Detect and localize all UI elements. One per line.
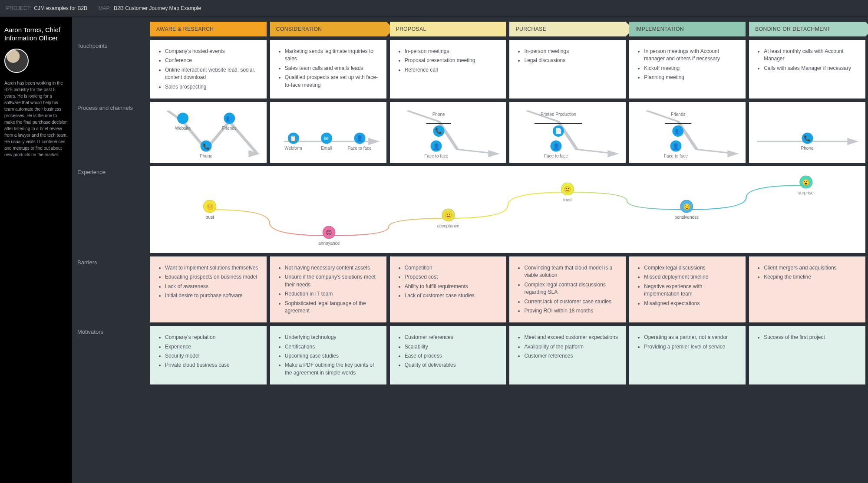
emotion-face-icon: 😐 [442, 208, 455, 221]
phone-icon: 📞 [802, 132, 813, 144]
list-item: Customer references [524, 352, 618, 360]
users-icon: 👥 [673, 125, 684, 137]
list-item: Operating as a partner, not a vendor [644, 334, 738, 341]
barriers-row: Barriers Want to implement solutions the… [75, 256, 865, 322]
barriers-card: CompetitionProposed costAbility to fulfi… [390, 256, 506, 322]
list-item: Convincing team that cloud model is a vi… [524, 264, 618, 279]
list-item: Security model [165, 352, 259, 360]
motivators-row: Motivators Company's reputationExperienc… [75, 326, 865, 384]
person-icon: 👤 [670, 141, 681, 152]
emotion-label: acceptance [437, 223, 459, 228]
stage-purchase[interactable]: PURCHASE [509, 22, 626, 36]
list-item: Upcoming case studies [285, 352, 379, 360]
stage-bonding[interactable]: BONDING OR DETACHMENT [749, 22, 865, 36]
barriers-card: Not having necessary content assetsUnsur… [270, 256, 386, 322]
experience-annoyance: ☹annoyance [318, 226, 340, 245]
motivators-card: Success of the first project [749, 326, 865, 384]
channel-phone: 📞Phone [801, 132, 814, 150]
list-item: Want to implement solutions themselves [165, 264, 259, 272]
emotion-face-icon: 🙂 [203, 200, 216, 213]
project-name[interactable]: CJM examples for B2B [34, 5, 87, 11]
experience-chart: 🙂trust☹annoyance😐acceptance🙂trust😔pensiv… [150, 166, 865, 253]
channel-face-to-face: 👤Face to face [664, 141, 688, 158]
list-item: Sales team calls and emails leads [285, 65, 379, 72]
stage-title: AWARE & RESEARCH [156, 26, 214, 32]
stage-consider[interactable]: CONSIDERATION [270, 22, 386, 36]
list-item: Negative experience with implementation … [644, 283, 738, 298]
list-item: Availability of the platform [524, 343, 618, 351]
process-cell: Friends👥👤Face to face [629, 102, 746, 163]
list-item: In-person meetings [405, 48, 498, 55]
phone-icon: 📞 [433, 125, 444, 137]
channel-friends: 👥Friends [222, 112, 236, 130]
list-item: In-person meetings [524, 48, 618, 55]
list-item: Legal discussions [524, 57, 618, 64]
barriers-card: Client mergers and acquisitionsKeeping t… [749, 256, 865, 322]
channel-label: Face to face [424, 154, 448, 158]
list-item: Proposal presentation meeting [405, 57, 498, 64]
channel-label: Friends [222, 125, 236, 130]
list-item: Planning meeting [644, 74, 738, 81]
row-label-process: Process and channels [75, 102, 147, 163]
touchpoints-card: In-person meetingsProposal presentation … [390, 40, 506, 99]
list-item: Unsure if the company's solutions meet t… [285, 273, 379, 289]
channel-website: 🌐Website [175, 112, 191, 130]
touchpoints-card: Company's hosted eventsConferenceOnline … [150, 40, 267, 99]
channel-label: Face to face [544, 154, 568, 158]
stage-proposal[interactable]: PROPOSAL [390, 22, 506, 36]
touchpoints-row: Touchpoints Company's hosted eventsConfe… [75, 40, 865, 99]
emotion-label: surprise [798, 190, 814, 195]
list-item: Initial desire to purchase software [165, 292, 259, 299]
row-label-motivators: Motivators [75, 326, 147, 384]
doc-icon: 📄 [553, 125, 564, 137]
touchpoints-card: In person meetings with Account manager … [629, 40, 746, 99]
channel-webform: 📋Webform [284, 132, 302, 150]
list-item: Proving ROI within 18 months [524, 307, 618, 315]
channel-label: Website [175, 125, 191, 130]
list-item: Missed deployment timeline [644, 273, 738, 281]
list-item: Client mergers and acquisitions [764, 264, 858, 272]
emotion-face-icon: 😮 [799, 175, 812, 188]
experience-trust: 🙂trust [203, 200, 216, 219]
list-item: Lack of awareness [165, 283, 259, 290]
channel-label: Webform [284, 145, 302, 150]
emotion-label: trust [206, 214, 214, 219]
stage-header-row: AWARE & RESEARCHCONSIDERATIONPROPOSALPUR… [75, 22, 865, 36]
list-item: Keeping the timeline [764, 273, 858, 281]
svg-marker-2 [490, 151, 497, 156]
list-item: In person meetings with Account manager … [644, 48, 738, 63]
users-icon: 👥 [224, 112, 235, 124]
layout: Aaron Torres, Chief Information Officer … [0, 17, 868, 483]
channel-label: Phone [801, 145, 814, 150]
list-item: Proposed cost [405, 273, 498, 281]
motivators-card: Customer referencesScalabilityEase of pr… [390, 326, 506, 384]
svg-marker-3 [610, 151, 617, 156]
motivators-card: Underlying technologyCertificationsUpcom… [270, 326, 386, 384]
emotion-face-icon: ☹ [323, 226, 336, 239]
stage-implement[interactable]: IMPLEMENTATION [629, 22, 746, 36]
process-cell: 📞Phone [749, 102, 865, 163]
emotion-label: pensiveness [674, 214, 699, 219]
channel-face-to-face: 👤Face to face [424, 141, 448, 158]
touchpoints-card: Marketing sends legitimate inquiries to … [270, 40, 386, 99]
row-label-touchpoints: Touchpoints [75, 40, 147, 99]
channel-printed-production: Printed Production📄 [535, 106, 582, 137]
channel-label: Email [321, 145, 332, 150]
experience-pensiveness: 😔pensiveness [674, 200, 699, 219]
map-label: MAP: [98, 5, 111, 11]
channel-label: Friends [665, 106, 691, 124]
list-item: Marketing sends legitimate inquiries to … [285, 48, 379, 63]
list-item: Customer references [405, 334, 498, 341]
list-item: Experience [165, 343, 259, 351]
channel-phone: 📞Phone [200, 141, 212, 158]
list-item: Sales prospecting [165, 83, 259, 91]
map-name[interactable]: B2B Customer Journey Map Example [114, 5, 201, 11]
stage-aware[interactable]: AWARE & RESEARCH [150, 22, 267, 36]
emotion-label: trust [563, 197, 571, 202]
svg-marker-4 [729, 151, 736, 156]
list-item: Misaligned expectations [644, 300, 738, 307]
experience-trust: 🙂trust [561, 182, 574, 202]
process-cell: Phone📞👤Face to face [390, 102, 506, 163]
list-item: Qualified prospects are set up with face… [285, 74, 379, 89]
emotion-face-icon: 🙂 [561, 182, 574, 195]
